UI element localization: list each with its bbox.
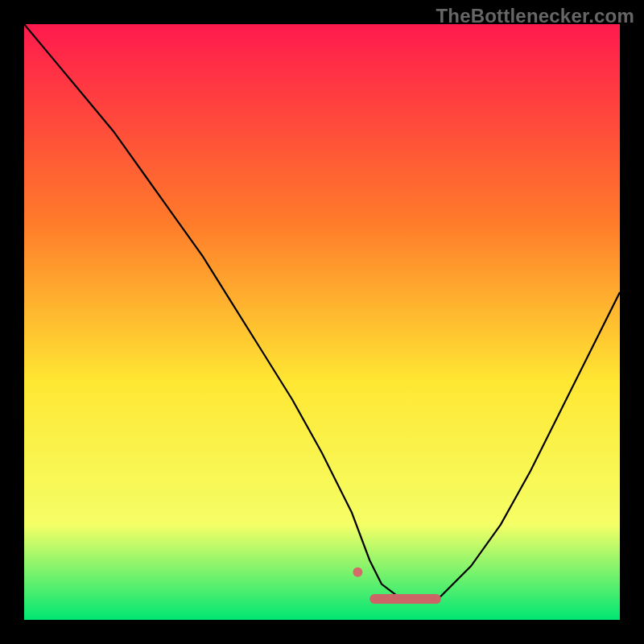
chart-page: TheBottleneсker.com <box>0 0 644 644</box>
chart-svg <box>24 24 620 620</box>
bottleneck-plot <box>24 24 620 620</box>
optimal-band-marker <box>369 594 441 604</box>
background-gradient <box>24 24 620 620</box>
selection-dot-marker <box>353 568 362 577</box>
